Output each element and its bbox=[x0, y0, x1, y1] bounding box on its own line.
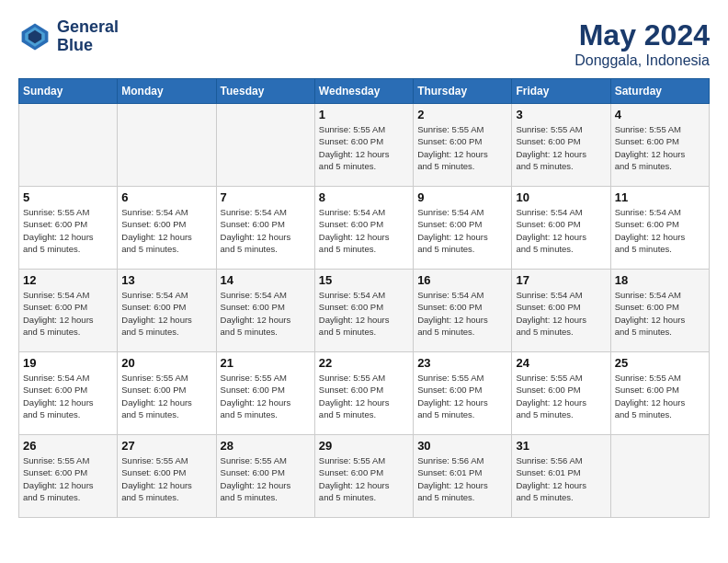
calendar-cell: 31Sunrise: 5:56 AM Sunset: 6:01 PM Dayli… bbox=[512, 435, 610, 518]
calendar-cell: 8Sunrise: 5:54 AM Sunset: 6:00 PM Daylig… bbox=[314, 187, 413, 270]
day-number: 14 bbox=[221, 273, 311, 287]
title-block: May 2024 Donggala, Indonesia bbox=[574, 18, 710, 69]
calendar-cell bbox=[216, 104, 314, 187]
calendar-cell bbox=[118, 104, 216, 187]
calendar-cell: 22Sunrise: 5:55 AM Sunset: 6:00 PM Dayli… bbox=[314, 352, 413, 435]
calendar-cell: 26Sunrise: 5:55 AM Sunset: 6:00 PM Dayli… bbox=[19, 435, 118, 518]
day-info: Sunrise: 5:54 AM Sunset: 6:00 PM Dayligh… bbox=[23, 289, 113, 338]
calendar-cell bbox=[19, 104, 118, 187]
calendar-cell: 24Sunrise: 5:55 AM Sunset: 6:00 PM Dayli… bbox=[512, 352, 610, 435]
day-number: 11 bbox=[615, 190, 705, 204]
day-number: 4 bbox=[615, 108, 705, 121]
day-info: Sunrise: 5:54 AM Sunset: 6:00 PM Dayligh… bbox=[516, 289, 606, 338]
day-number: 6 bbox=[121, 190, 211, 204]
day-number: 16 bbox=[417, 273, 507, 287]
calendar-cell: 15Sunrise: 5:54 AM Sunset: 6:00 PM Dayli… bbox=[314, 270, 413, 352]
calendar-cell: 14Sunrise: 5:54 AM Sunset: 6:00 PM Dayli… bbox=[216, 270, 314, 352]
day-info: Sunrise: 5:55 AM Sunset: 6:00 PM Dayligh… bbox=[221, 454, 311, 503]
day-number: 25 bbox=[615, 356, 705, 370]
calendar-row-0: 1Sunrise: 5:55 AM Sunset: 6:00 PM Daylig… bbox=[19, 104, 710, 187]
day-number: 10 bbox=[516, 190, 606, 204]
day-number: 13 bbox=[121, 273, 211, 287]
weekday-header-monday: Monday bbox=[118, 79, 216, 104]
day-info: Sunrise: 5:54 AM Sunset: 6:00 PM Dayligh… bbox=[221, 289, 311, 338]
day-info: Sunrise: 5:54 AM Sunset: 6:00 PM Dayligh… bbox=[615, 289, 705, 338]
day-info: Sunrise: 5:55 AM Sunset: 6:00 PM Dayligh… bbox=[221, 372, 311, 420]
calendar-cell: 9Sunrise: 5:54 AM Sunset: 6:00 PM Daylig… bbox=[414, 187, 512, 270]
weekday-header-sunday: Sunday bbox=[19, 79, 118, 104]
day-info: Sunrise: 5:55 AM Sunset: 6:00 PM Dayligh… bbox=[516, 123, 606, 172]
day-info: Sunrise: 5:54 AM Sunset: 6:00 PM Dayligh… bbox=[417, 206, 507, 255]
day-info: Sunrise: 5:54 AM Sunset: 6:00 PM Dayligh… bbox=[319, 206, 409, 255]
calendar-cell: 5Sunrise: 5:55 AM Sunset: 6:00 PM Daylig… bbox=[19, 187, 118, 270]
day-info: Sunrise: 5:55 AM Sunset: 6:00 PM Dayligh… bbox=[417, 123, 507, 172]
calendar-cell: 10Sunrise: 5:54 AM Sunset: 6:00 PM Dayli… bbox=[512, 187, 610, 270]
day-number: 18 bbox=[615, 273, 705, 287]
day-info: Sunrise: 5:55 AM Sunset: 6:00 PM Dayligh… bbox=[121, 454, 211, 503]
calendar-cell: 19Sunrise: 5:54 AM Sunset: 6:00 PM Dayli… bbox=[19, 352, 118, 435]
day-number: 24 bbox=[516, 356, 606, 370]
logo-text: General Blue bbox=[57, 18, 119, 55]
day-number: 23 bbox=[417, 356, 507, 370]
day-number: 7 bbox=[221, 190, 311, 204]
calendar-cell: 16Sunrise: 5:54 AM Sunset: 6:00 PM Dayli… bbox=[414, 270, 512, 352]
day-info: Sunrise: 5:55 AM Sunset: 6:00 PM Dayligh… bbox=[319, 123, 409, 172]
day-number: 28 bbox=[221, 439, 311, 453]
day-number: 21 bbox=[221, 356, 311, 370]
weekday-header-thursday: Thursday bbox=[414, 79, 512, 104]
weekday-header-wednesday: Wednesday bbox=[314, 79, 413, 104]
calendar-cell: 23Sunrise: 5:55 AM Sunset: 6:00 PM Dayli… bbox=[414, 352, 512, 435]
day-info: Sunrise: 5:54 AM Sunset: 6:00 PM Dayligh… bbox=[417, 289, 507, 338]
day-number: 29 bbox=[319, 439, 409, 453]
day-info: Sunrise: 5:54 AM Sunset: 6:00 PM Dayligh… bbox=[121, 206, 211, 255]
day-number: 17 bbox=[516, 273, 606, 287]
calendar-cell: 13Sunrise: 5:54 AM Sunset: 6:00 PM Dayli… bbox=[118, 270, 216, 352]
calendar-cell: 3Sunrise: 5:55 AM Sunset: 6:00 PM Daylig… bbox=[512, 104, 610, 187]
calendar-cell: 11Sunrise: 5:54 AM Sunset: 6:00 PM Dayli… bbox=[610, 187, 709, 270]
day-number: 3 bbox=[516, 108, 606, 121]
calendar-cell: 30Sunrise: 5:56 AM Sunset: 6:01 PM Dayli… bbox=[414, 435, 512, 518]
calendar-cell: 20Sunrise: 5:55 AM Sunset: 6:00 PM Dayli… bbox=[118, 352, 216, 435]
calendar-cell: 7Sunrise: 5:54 AM Sunset: 6:00 PM Daylig… bbox=[216, 187, 314, 270]
location-subtitle: Donggala, Indonesia bbox=[574, 52, 710, 69]
day-number: 15 bbox=[319, 273, 409, 287]
day-info: Sunrise: 5:56 AM Sunset: 6:01 PM Dayligh… bbox=[417, 454, 507, 503]
day-number: 27 bbox=[121, 439, 211, 453]
calendar-cell: 25Sunrise: 5:55 AM Sunset: 6:00 PM Dayli… bbox=[610, 352, 709, 435]
logo-icon bbox=[18, 20, 51, 53]
day-info: Sunrise: 5:55 AM Sunset: 6:00 PM Dayligh… bbox=[23, 206, 113, 255]
day-info: Sunrise: 5:55 AM Sunset: 6:00 PM Dayligh… bbox=[319, 454, 409, 503]
day-info: Sunrise: 5:55 AM Sunset: 6:00 PM Dayligh… bbox=[319, 372, 409, 420]
day-number: 8 bbox=[319, 190, 409, 204]
day-info: Sunrise: 5:55 AM Sunset: 6:00 PM Dayligh… bbox=[516, 372, 606, 420]
day-number: 2 bbox=[417, 108, 507, 121]
calendar-cell: 12Sunrise: 5:54 AM Sunset: 6:00 PM Dayli… bbox=[19, 270, 118, 352]
calendar-row-2: 12Sunrise: 5:54 AM Sunset: 6:00 PM Dayli… bbox=[19, 270, 710, 352]
day-number: 1 bbox=[319, 108, 409, 121]
day-info: Sunrise: 5:55 AM Sunset: 6:00 PM Dayligh… bbox=[615, 123, 705, 172]
day-info: Sunrise: 5:54 AM Sunset: 6:00 PM Dayligh… bbox=[221, 206, 311, 255]
calendar-table: SundayMondayTuesdayWednesdayThursdayFrid… bbox=[18, 78, 710, 518]
day-info: Sunrise: 5:54 AM Sunset: 6:00 PM Dayligh… bbox=[23, 372, 113, 420]
weekday-header-friday: Friday bbox=[512, 79, 610, 104]
calendar-cell: 27Sunrise: 5:55 AM Sunset: 6:00 PM Dayli… bbox=[118, 435, 216, 518]
calendar-row-1: 5Sunrise: 5:55 AM Sunset: 6:00 PM Daylig… bbox=[19, 187, 710, 270]
calendar-cell: 4Sunrise: 5:55 AM Sunset: 6:00 PM Daylig… bbox=[610, 104, 709, 187]
calendar-cell: 29Sunrise: 5:55 AM Sunset: 6:00 PM Dayli… bbox=[314, 435, 413, 518]
weekday-header-tuesday: Tuesday bbox=[216, 79, 314, 104]
calendar-cell: 28Sunrise: 5:55 AM Sunset: 6:00 PM Dayli… bbox=[216, 435, 314, 518]
calendar-cell: 18Sunrise: 5:54 AM Sunset: 6:00 PM Dayli… bbox=[610, 270, 709, 352]
calendar-cell bbox=[610, 435, 709, 518]
day-number: 5 bbox=[23, 190, 113, 204]
day-info: Sunrise: 5:56 AM Sunset: 6:01 PM Dayligh… bbox=[516, 454, 606, 503]
day-info: Sunrise: 5:54 AM Sunset: 6:00 PM Dayligh… bbox=[615, 206, 705, 255]
weekday-header-saturday: Saturday bbox=[610, 79, 709, 104]
weekday-header-row: SundayMondayTuesdayWednesdayThursdayFrid… bbox=[19, 79, 710, 104]
calendar-cell: 1Sunrise: 5:55 AM Sunset: 6:00 PM Daylig… bbox=[314, 104, 413, 187]
day-info: Sunrise: 5:55 AM Sunset: 6:00 PM Dayligh… bbox=[23, 454, 113, 503]
day-number: 22 bbox=[319, 356, 409, 370]
day-info: Sunrise: 5:55 AM Sunset: 6:00 PM Dayligh… bbox=[121, 372, 211, 420]
day-number: 30 bbox=[417, 439, 507, 453]
day-number: 31 bbox=[516, 439, 606, 453]
calendar-cell: 2Sunrise: 5:55 AM Sunset: 6:00 PM Daylig… bbox=[414, 104, 512, 187]
